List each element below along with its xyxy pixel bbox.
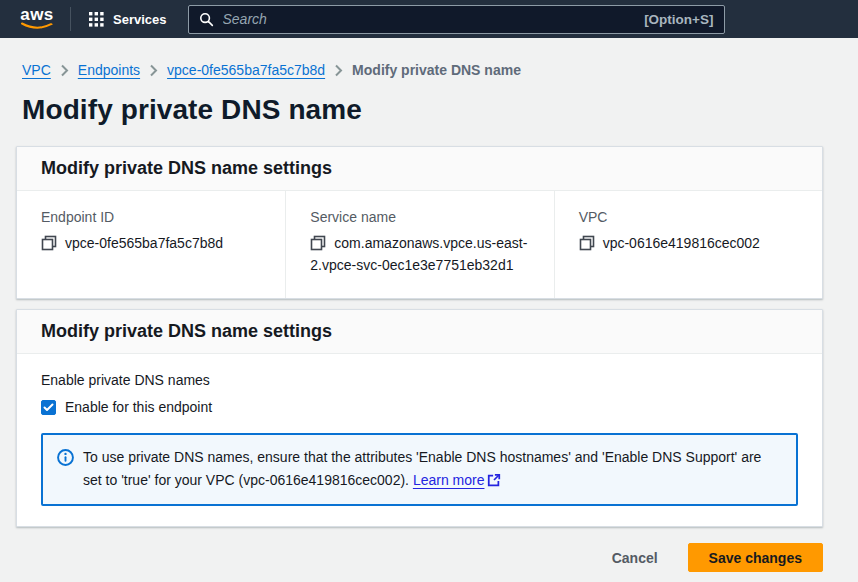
external-link-icon <box>487 473 501 487</box>
enable-endpoint-checkbox-row[interactable]: Enable for this endpoint <box>41 399 798 415</box>
service-name-label: Service name <box>310 209 529 225</box>
global-search-box[interactable]: [Option+S] <box>188 5 725 34</box>
learn-more-link[interactable]: Learn more <box>413 472 502 488</box>
services-label: Services <box>113 12 167 27</box>
chevron-right-icon <box>334 64 343 77</box>
alert-message: To use private DNS names, ensure that th… <box>83 446 782 492</box>
breadcrumb-vpc-link[interactable]: VPC <box>22 62 51 78</box>
breadcrumb-endpoints-link[interactable]: Endpoints <box>78 62 140 78</box>
settings-card-body: Enable private DNS names Enable for this… <box>17 354 822 526</box>
info-alert: To use private DNS names, ensure that th… <box>41 433 798 506</box>
endpoint-id-label: Endpoint ID <box>41 209 261 225</box>
search-keyboard-shortcut: [Option+S] <box>644 12 713 27</box>
settings-card-title: Modify private DNS name settings <box>17 310 822 354</box>
enable-private-dns-group-label: Enable private DNS names <box>41 372 798 388</box>
breadcrumb-current-page: Modify private DNS name <box>352 62 521 78</box>
vpc-value: vpc-0616e419816cec002 <box>579 232 798 254</box>
search-icon <box>199 12 214 27</box>
service-name-value: com.amazonaws.vpce.us-east-2.vpce-svc-0e… <box>310 232 529 276</box>
services-grid-icon <box>89 12 104 27</box>
topbar-divider <box>70 7 71 31</box>
aws-logo[interactable]: aws <box>20 7 54 31</box>
aws-smile-icon <box>20 22 54 31</box>
enable-endpoint-checkbox-label: Enable for this endpoint <box>65 399 212 415</box>
breadcrumb-endpoint-id-link[interactable]: vpce-0fe565ba7fa5c7b8d <box>167 62 325 78</box>
services-menu-button[interactable]: Services <box>85 12 171 27</box>
vpc-label: VPC <box>579 209 798 225</box>
endpoint-id-value: vpce-0fe565ba7fa5c7b8d <box>41 232 261 254</box>
enable-endpoint-checkbox[interactable] <box>41 400 56 415</box>
save-changes-button[interactable]: Save changes <box>688 543 823 572</box>
summary-card-title: Modify private DNS name settings <box>17 147 822 191</box>
cancel-button[interactable]: Cancel <box>610 546 660 570</box>
chevron-right-icon <box>60 64 69 77</box>
main-content: VPC Endpoints vpce-0fe565ba7fa5c7b8d Mod… <box>16 38 823 572</box>
copy-icon[interactable] <box>579 235 595 251</box>
dns-settings-card: Modify private DNS name settings Enable … <box>16 309 823 527</box>
form-actions: Cancel Save changes <box>16 527 823 572</box>
endpoint-id-field: Endpoint ID vpce-0fe565ba7fa5c7b8d <box>17 191 285 298</box>
service-name-field: Service name com.amazonaws.vpce.us-east-… <box>285 191 553 298</box>
endpoint-summary-card: Modify private DNS name settings Endpoin… <box>16 146 823 299</box>
search-input[interactable] <box>223 11 645 27</box>
page-title: Modify private DNS name <box>16 78 823 146</box>
copy-icon[interactable] <box>310 235 326 251</box>
chevron-right-icon <box>149 64 158 77</box>
copy-icon[interactable] <box>41 235 57 251</box>
checkmark-icon <box>43 403 54 412</box>
top-navigation-bar: aws Services [Option+S] <box>0 0 858 38</box>
vpc-field: VPC vpc-0616e419816cec002 <box>554 191 822 298</box>
breadcrumb: VPC Endpoints vpce-0fe565ba7fa5c7b8d Mod… <box>16 38 823 78</box>
aws-logo-text: aws <box>20 7 54 22</box>
info-icon <box>57 449 74 466</box>
summary-card-body: Endpoint ID vpce-0fe565ba7fa5c7b8d Servi… <box>17 191 822 298</box>
